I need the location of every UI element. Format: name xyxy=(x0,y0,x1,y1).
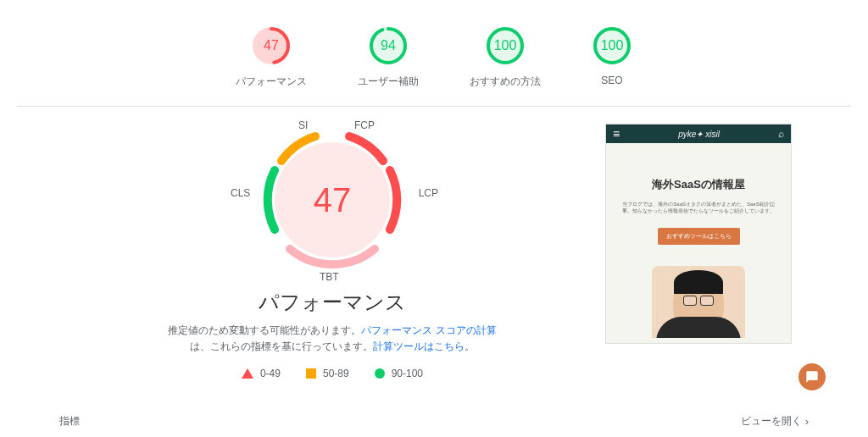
preview-subtitle: 当ブログでは、海外のSaaSオタクの筆者がまとめた、SaaS紹介記事。知らなかっ… xyxy=(619,201,778,215)
preview-title: 海外SaaSの情報屋 xyxy=(619,177,778,192)
score-label: パフォーマンス xyxy=(236,75,307,89)
big-score-value: 47 xyxy=(314,181,352,219)
calc-tool-link[interactable]: 計算ツールはこちら xyxy=(373,340,465,352)
circle-icon xyxy=(375,368,385,379)
hamburger-icon: ≡ xyxy=(613,127,620,141)
score-accessibility[interactable]: 94 ユーザー補助 xyxy=(358,25,419,89)
legend-bad: 0-49 xyxy=(242,368,281,379)
bottom-bar: 指標 ビューを開く › xyxy=(0,406,868,437)
page-preview: ≡ pyke✦ xisil ⌕ 海外SaaSの情報屋 当ブログでは、海外のSaa… xyxy=(605,124,792,379)
top-scores-row: 47 パフォーマンス 94 ユーザー補助 100 おすすめの方法 100 SEO xyxy=(17,8,851,107)
expand-view-link[interactable]: ビューを開く › xyxy=(741,414,809,429)
score-performance[interactable]: 47 パフォーマンス xyxy=(236,25,307,89)
score-label: おすすめの方法 xyxy=(470,75,541,89)
score-label: ユーザー補助 xyxy=(358,75,419,89)
metrics-heading: 指標 xyxy=(59,414,80,429)
performance-title: パフォーマンス xyxy=(259,289,406,316)
score-value: 47 xyxy=(264,38,279,53)
preview-logo: pyke✦ xisil xyxy=(626,130,771,139)
legend-good: 90-100 xyxy=(375,368,423,379)
score-best-practices[interactable]: 100 おすすめの方法 xyxy=(470,25,541,89)
performance-big-gauge: 47 xyxy=(256,124,409,276)
feedback-button[interactable] xyxy=(798,363,826,390)
triangle-icon xyxy=(242,368,253,379)
score-seo[interactable]: 100 SEO xyxy=(592,25,632,89)
score-label: SEO xyxy=(601,75,622,86)
score-calc-link[interactable]: パフォーマンス スコアの計算 xyxy=(361,324,496,336)
score-value: 100 xyxy=(494,38,517,53)
phone-preview-frame: ≡ pyke✦ xisil ⌕ 海外SaaSの情報屋 当ブログでは、海外のSaa… xyxy=(605,124,792,344)
score-value: 100 xyxy=(601,38,624,53)
score-legend: 0-49 50-89 90-100 xyxy=(242,368,423,379)
search-icon: ⌕ xyxy=(778,128,784,140)
metric-label-cls: CLS xyxy=(231,187,250,199)
metric-label-lcp: LCP xyxy=(419,187,438,199)
chevron-right-icon: › xyxy=(805,416,809,428)
legend-mid: 50-89 xyxy=(306,368,349,379)
preview-cta-button: おすすめツールはこちら xyxy=(658,228,740,245)
chat-icon xyxy=(805,370,819,384)
preview-avatar xyxy=(619,266,778,338)
performance-description: 推定値のため変動する可能性があります。パフォーマンス スコアの計算 は、これらの… xyxy=(168,323,496,355)
square-icon xyxy=(306,368,316,379)
preview-header: ≡ pyke✦ xisil ⌕ xyxy=(606,124,791,143)
score-value: 94 xyxy=(381,38,396,53)
performance-gauge-section: SI FCP LCP CLS TBT xyxy=(93,124,571,379)
